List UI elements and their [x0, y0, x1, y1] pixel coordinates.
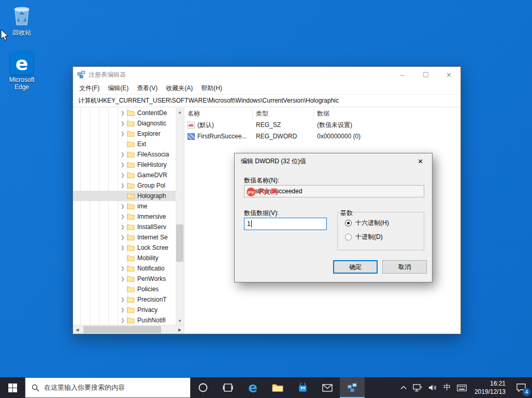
recycle-bin-icon[interactable]: 回收站 [5, 4, 38, 36]
chevron-right-icon[interactable]: ❯ [121, 131, 127, 136]
volume-tray-button[interactable] [425, 377, 440, 398]
registry-editor-taskbar-button[interactable] [340, 377, 365, 398]
chevron-right-icon[interactable]: ❯ [121, 183, 127, 188]
tree-item-internet-se[interactable]: ❯Internet Se [73, 232, 184, 243]
store-button[interactable] [290, 377, 315, 398]
chevron-right-icon[interactable]: ❯ [121, 318, 127, 323]
tree-item-mobility[interactable]: Mobility [73, 253, 184, 263]
value-name-field[interactable]: FirstRunSucceeded php 中文网 [244, 185, 424, 197]
tree-item-privacy[interactable]: ❯Privacy [73, 305, 184, 315]
chevron-right-icon[interactable]: ❯ [121, 173, 127, 178]
column-header-type[interactable]: 类型 [253, 108, 314, 119]
chevron-right-icon[interactable]: ❯ [121, 110, 127, 116]
start-button[interactable] [0, 377, 25, 398]
decimal-radio[interactable]: 十进制(D) [345, 233, 383, 241]
file-explorer-icon [272, 383, 283, 392]
menu-item[interactable]: 查看(V) [133, 84, 162, 93]
tree-vertical-scrollbar[interactable]: ▲ ▼ [176, 108, 184, 325]
chevron-right-icon[interactable]: ❯ [121, 276, 127, 281]
tree-item-diagnostic[interactable]: ❯Diagnostic [73, 118, 184, 129]
chevron-right-icon[interactable]: ❯ [121, 162, 127, 167]
tree-item-holograph[interactable]: Holograph [73, 191, 184, 201]
chevron-right-icon[interactable]: ❯ [121, 307, 127, 312]
chevron-right-icon[interactable]: ❯ [121, 235, 127, 240]
tree-item-label: Explorer [137, 130, 161, 137]
chevron-right-icon[interactable]: ❯ [121, 266, 127, 271]
tree-item-pushnotifi[interactable]: ❯PushNotifi [73, 315, 184, 325]
action-center-button[interactable]: 4 [510, 377, 532, 398]
tree-item-immersive[interactable]: ❯Immersive [73, 211, 184, 222]
tree-item-contentde[interactable]: ❯ContentDe [73, 108, 184, 118]
tree-item-installserv[interactable]: ❯InstallServ [73, 222, 184, 232]
edge-logo: e [10, 52, 33, 75]
tree-item-group-pol[interactable]: ❯Group Pol [73, 180, 184, 191]
tree-item-lock-scree[interactable]: ❯Lock Scree [73, 243, 184, 253]
chevron-right-icon[interactable]: ❯ [121, 297, 127, 302]
radio-checked-icon[interactable] [345, 220, 352, 226]
registry-editor-icon [347, 382, 357, 393]
radio-unchecked-icon[interactable] [345, 234, 352, 240]
desktop: 回收站 e Microsoft Edge 注册表编辑器 – ☐ ✕ 文件(F)编… [0, 0, 532, 398]
maximize-button[interactable]: ☐ [414, 67, 437, 82]
horizontal-scroll-thumb[interactable] [83, 326, 161, 333]
cortana-button[interactable] [191, 377, 215, 398]
scroll-right-icon[interactable]: ▶ [176, 325, 184, 334]
hexadecimal-label: 十六进制(H) [355, 219, 389, 228]
ime-indicator[interactable]: 中 [440, 377, 454, 398]
chevron-right-icon[interactable]: ❯ [121, 224, 127, 230]
value-row[interactable]: 01 FirstRunSuccee... REG_DWORD 0x0000000… [184, 131, 461, 142]
tree-item-precisiont[interactable]: ❯PrecisionT [73, 294, 184, 305]
tree-item-penworks[interactable]: ❯PenWorks [73, 274, 184, 284]
close-button[interactable]: ✕ [437, 67, 461, 82]
minimize-button[interactable]: – [391, 67, 414, 82]
value-data-input[interactable]: 1 [244, 218, 327, 230]
address-field[interactable]: 计算机\HKEY_CURRENT_USER\SOFTWARE\Microsoft… [74, 96, 459, 106]
edge-desktop-icon[interactable]: e Microsoft Edge [5, 52, 38, 91]
network-tray-button[interactable] [410, 377, 425, 398]
tray-overflow-button[interactable] [397, 377, 410, 398]
tree-item-explorer[interactable]: ❯Explorer [73, 129, 184, 139]
column-header-name[interactable]: 名称 [184, 108, 253, 119]
tree-horizontal-scrollbar[interactable]: ◀ ▶ [73, 325, 184, 334]
scroll-up-icon[interactable]: ▲ [176, 108, 184, 116]
tree-item-ime[interactable]: ❯ime [73, 201, 184, 211]
mail-button[interactable] [315, 377, 340, 398]
column-header-data[interactable]: 数据 [314, 108, 461, 119]
chevron-right-icon[interactable]: ❯ [121, 121, 127, 126]
dialog-close-icon[interactable]: ✕ [409, 153, 432, 169]
touch-keyboard-button[interactable] [454, 377, 470, 398]
tree-item-ext[interactable]: Ext [73, 139, 184, 149]
chevron-right-icon[interactable]: ❯ [121, 245, 127, 250]
tree-item-fileassocia[interactable]: ❯FileAssocia [73, 149, 184, 160]
tree-item-notificatio[interactable]: ❯Notificatio [73, 263, 184, 274]
tree-item-label: GameDVR [137, 172, 167, 179]
menu-item[interactable]: 文件(F) [75, 84, 104, 93]
scroll-left-icon[interactable]: ◀ [73, 325, 81, 334]
text-caret [251, 220, 252, 228]
clock[interactable]: 16:21 2019/12/13 [470, 377, 510, 398]
menu-item[interactable]: 帮助(H) [197, 84, 226, 93]
titlebar[interactable]: 注册表编辑器 – ☐ ✕ [73, 67, 461, 82]
value-data-label: 数值数据(V): [244, 209, 279, 218]
chevron-right-icon[interactable]: ❯ [121, 214, 127, 219]
touch-keyboard-icon [457, 385, 467, 391]
taskbar-search-box[interactable]: 在这里输入你要搜索的内容 [25, 377, 191, 398]
tree-item-policies[interactable]: Policies [73, 284, 184, 294]
ok-button[interactable]: 确定 [333, 260, 378, 274]
folder-icon [127, 203, 135, 209]
value-row[interactable]: ab (默认) REG_SZ (数值未设置) [184, 119, 461, 131]
tree-item-filehistory[interactable]: ❯FileHistory [73, 160, 184, 170]
edge-taskbar-button[interactable]: e [240, 377, 265, 398]
vertical-scroll-thumb[interactable] [176, 224, 183, 262]
menu-item[interactable]: 编辑(E) [104, 84, 133, 93]
menu-item[interactable]: 收藏夹(A) [162, 84, 197, 93]
task-view-button[interactable] [215, 377, 240, 398]
chevron-right-icon[interactable]: ❯ [121, 204, 127, 209]
chevron-right-icon[interactable]: ❯ [121, 152, 127, 157]
edit-dword-dialog: 编辑 DWORD (32 位)值 ✕ 数值名称(N): FirstRunSucc… [234, 153, 433, 282]
tree-item-gamedvr[interactable]: ❯GameDVR [73, 170, 184, 180]
file-explorer-button[interactable] [265, 377, 290, 398]
hexadecimal-radio[interactable]: 十六进制(H) [345, 219, 389, 228]
cancel-button[interactable]: 取消 [382, 260, 427, 274]
scroll-down-icon[interactable]: ▼ [176, 317, 184, 325]
